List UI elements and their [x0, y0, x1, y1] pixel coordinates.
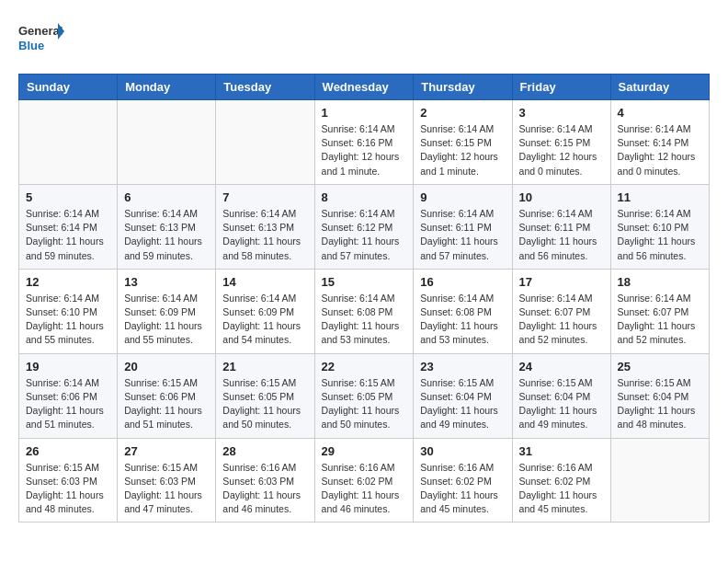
day-info: Sunrise: 6:14 AM Sunset: 6:06 PM Dayligh… [26, 376, 110, 432]
calendar-week-row: 5Sunrise: 6:14 AM Sunset: 6:14 PM Daylig… [19, 184, 710, 269]
calendar-day-cell: 25Sunrise: 6:15 AM Sunset: 6:04 PM Dayli… [610, 353, 709, 438]
day-number: 29 [322, 444, 407, 458]
calendar-day-cell: 27Sunrise: 6:15 AM Sunset: 6:03 PM Dayli… [118, 438, 216, 523]
calendar-day-cell: 29Sunrise: 6:16 AM Sunset: 6:02 PM Dayli… [314, 438, 414, 523]
day-number: 4 [618, 106, 702, 120]
calendar-day-cell: 7Sunrise: 6:14 AM Sunset: 6:13 PM Daylig… [216, 184, 314, 269]
calendar-day-cell: 24Sunrise: 6:15 AM Sunset: 6:04 PM Dayli… [512, 353, 610, 438]
day-info: Sunrise: 6:15 AM Sunset: 6:04 PM Dayligh… [618, 376, 702, 432]
day-info: Sunrise: 6:15 AM Sunset: 6:06 PM Dayligh… [124, 376, 209, 432]
day-info: Sunrise: 6:14 AM Sunset: 6:11 PM Dayligh… [420, 207, 505, 263]
svg-text:General: General [18, 24, 63, 38]
day-info: Sunrise: 6:14 AM Sunset: 6:13 PM Dayligh… [222, 207, 307, 263]
calendar-day-cell: 6Sunrise: 6:14 AM Sunset: 6:13 PM Daylig… [118, 184, 216, 269]
calendar-day-cell: 15Sunrise: 6:14 AM Sunset: 6:08 PM Dayli… [314, 269, 414, 353]
calendar-day-cell: 14Sunrise: 6:14 AM Sunset: 6:09 PM Dayli… [216, 269, 314, 353]
calendar-day-cell: 2Sunrise: 6:14 AM Sunset: 6:15 PM Daylig… [414, 100, 512, 185]
logo: General Blue [18, 18, 64, 59]
day-number: 30 [420, 444, 505, 458]
calendar-day-cell: 23Sunrise: 6:15 AM Sunset: 6:04 PM Dayli… [414, 353, 512, 438]
calendar-day-cell: 18Sunrise: 6:14 AM Sunset: 6:07 PM Dayli… [610, 269, 709, 353]
calendar-table: SundayMondayTuesdayWednesdayThursdayFrid… [18, 74, 710, 523]
day-number: 1 [322, 106, 407, 120]
calendar-day-cell: 5Sunrise: 6:14 AM Sunset: 6:14 PM Daylig… [19, 184, 118, 269]
calendar-day-cell: 3Sunrise: 6:14 AM Sunset: 6:15 PM Daylig… [512, 100, 610, 185]
day-info: Sunrise: 6:14 AM Sunset: 6:14 PM Dayligh… [26, 207, 110, 263]
day-number: 20 [124, 360, 209, 373]
calendar-day-cell: 11Sunrise: 6:14 AM Sunset: 6:10 PM Dayli… [610, 184, 709, 269]
calendar-day-cell: 12Sunrise: 6:14 AM Sunset: 6:10 PM Dayli… [19, 269, 118, 353]
calendar-day-cell [216, 100, 314, 185]
day-of-week-header: Wednesday [314, 75, 414, 100]
day-info: Sunrise: 6:14 AM Sunset: 6:13 PM Dayligh… [124, 207, 209, 263]
calendar-day-cell: 30Sunrise: 6:16 AM Sunset: 6:02 PM Dayli… [414, 438, 512, 523]
page-header: General Blue [18, 18, 710, 59]
calendar-day-cell [118, 100, 216, 185]
calendar-day-cell: 17Sunrise: 6:14 AM Sunset: 6:07 PM Dayli… [512, 269, 610, 353]
calendar-day-cell: 9Sunrise: 6:14 AM Sunset: 6:11 PM Daylig… [414, 184, 512, 269]
day-of-week-header: Tuesday [216, 75, 314, 100]
day-number: 9 [420, 190, 505, 204]
day-of-week-header: Friday [512, 75, 610, 100]
day-number: 25 [618, 360, 702, 373]
day-number: 10 [519, 190, 604, 204]
day-info: Sunrise: 6:14 AM Sunset: 6:08 PM Dayligh… [420, 292, 505, 348]
day-of-week-header: Sunday [19, 75, 118, 100]
day-info: Sunrise: 6:15 AM Sunset: 6:04 PM Dayligh… [519, 376, 604, 432]
day-info: Sunrise: 6:14 AM Sunset: 6:16 PM Dayligh… [322, 122, 407, 178]
calendar-day-cell: 28Sunrise: 6:16 AM Sunset: 6:03 PM Dayli… [216, 438, 314, 523]
calendar-day-cell: 16Sunrise: 6:14 AM Sunset: 6:08 PM Dayli… [414, 269, 512, 353]
day-info: Sunrise: 6:16 AM Sunset: 6:02 PM Dayligh… [519, 461, 604, 517]
day-number: 31 [519, 444, 604, 458]
day-info: Sunrise: 6:14 AM Sunset: 6:14 PM Dayligh… [618, 122, 702, 178]
day-number: 16 [420, 275, 505, 289]
day-of-week-header: Monday [118, 75, 216, 100]
day-info: Sunrise: 6:14 AM Sunset: 6:10 PM Dayligh… [26, 292, 110, 348]
calendar-day-cell: 26Sunrise: 6:15 AM Sunset: 6:03 PM Dayli… [19, 438, 118, 523]
calendar-day-cell: 31Sunrise: 6:16 AM Sunset: 6:02 PM Dayli… [512, 438, 610, 523]
calendar-day-cell [19, 100, 118, 185]
day-info: Sunrise: 6:14 AM Sunset: 6:08 PM Dayligh… [322, 292, 407, 348]
calendar-week-row: 26Sunrise: 6:15 AM Sunset: 6:03 PM Dayli… [19, 438, 710, 523]
day-number: 7 [222, 190, 307, 204]
calendar-week-row: 12Sunrise: 6:14 AM Sunset: 6:10 PM Dayli… [19, 269, 710, 353]
day-number: 13 [124, 275, 209, 289]
generalblue-logo-icon: General Blue [18, 18, 64, 59]
day-info: Sunrise: 6:15 AM Sunset: 6:04 PM Dayligh… [420, 376, 505, 432]
day-number: 22 [322, 360, 407, 373]
day-info: Sunrise: 6:14 AM Sunset: 6:07 PM Dayligh… [618, 292, 702, 348]
day-info: Sunrise: 6:16 AM Sunset: 6:03 PM Dayligh… [222, 461, 307, 517]
day-number: 24 [519, 360, 604, 373]
day-info: Sunrise: 6:14 AM Sunset: 6:12 PM Dayligh… [322, 207, 407, 263]
calendar-day-cell: 19Sunrise: 6:14 AM Sunset: 6:06 PM Dayli… [19, 353, 118, 438]
day-info: Sunrise: 6:15 AM Sunset: 6:05 PM Dayligh… [222, 376, 307, 432]
day-info: Sunrise: 6:16 AM Sunset: 6:02 PM Dayligh… [322, 461, 407, 517]
day-number: 28 [222, 444, 307, 458]
day-number: 11 [618, 190, 702, 204]
day-number: 6 [124, 190, 209, 204]
day-number: 14 [222, 275, 307, 289]
calendar-header-row: SundayMondayTuesdayWednesdayThursdayFrid… [19, 75, 710, 100]
svg-text:Blue: Blue [18, 39, 44, 52]
calendar-day-cell: 13Sunrise: 6:14 AM Sunset: 6:09 PM Dayli… [118, 269, 216, 353]
calendar-body: 1Sunrise: 6:14 AM Sunset: 6:16 PM Daylig… [19, 100, 710, 523]
day-number: 5 [26, 190, 110, 204]
day-info: Sunrise: 6:15 AM Sunset: 6:05 PM Dayligh… [322, 376, 407, 432]
day-number: 27 [124, 444, 209, 458]
day-info: Sunrise: 6:16 AM Sunset: 6:02 PM Dayligh… [420, 461, 505, 517]
day-info: Sunrise: 6:14 AM Sunset: 6:15 PM Dayligh… [420, 122, 505, 178]
calendar-week-row: 1Sunrise: 6:14 AM Sunset: 6:16 PM Daylig… [19, 100, 710, 185]
day-info: Sunrise: 6:14 AM Sunset: 6:15 PM Dayligh… [519, 122, 604, 178]
day-number: 21 [222, 360, 307, 373]
day-info: Sunrise: 6:15 AM Sunset: 6:03 PM Dayligh… [124, 461, 209, 517]
day-number: 3 [519, 106, 604, 120]
calendar-day-cell: 22Sunrise: 6:15 AM Sunset: 6:05 PM Dayli… [314, 353, 414, 438]
calendar-day-cell: 10Sunrise: 6:14 AM Sunset: 6:11 PM Dayli… [512, 184, 610, 269]
day-info: Sunrise: 6:15 AM Sunset: 6:03 PM Dayligh… [26, 461, 110, 517]
day-number: 17 [519, 275, 604, 289]
calendar-day-cell [610, 438, 709, 523]
day-of-week-header: Thursday [414, 75, 512, 100]
day-number: 18 [618, 275, 702, 289]
day-info: Sunrise: 6:14 AM Sunset: 6:09 PM Dayligh… [222, 292, 307, 348]
calendar-day-cell: 1Sunrise: 6:14 AM Sunset: 6:16 PM Daylig… [314, 100, 414, 185]
